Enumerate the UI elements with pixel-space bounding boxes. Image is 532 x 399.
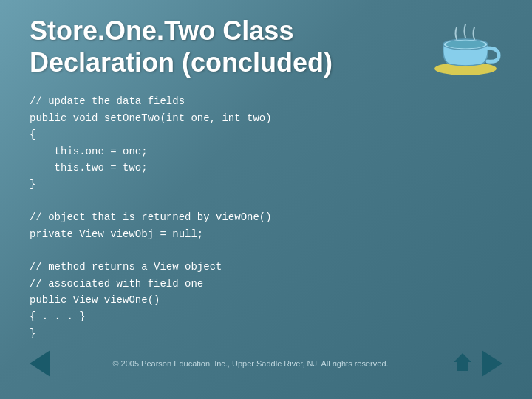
slide-title: Store.One.Two Class Declaration (conclud… bbox=[30, 15, 332, 78]
slide: Store.One.Two Class Declaration (conclud… bbox=[0, 0, 532, 399]
title-line2: Declaration (concluded) bbox=[30, 47, 332, 78]
title-line1: Store.One.Two Class bbox=[30, 16, 293, 46]
teacup-icon bbox=[429, 11, 502, 78]
arrow-left-button[interactable] bbox=[30, 350, 50, 377]
title-area: Store.One.Two Class Declaration (conclud… bbox=[30, 15, 502, 78]
home-button[interactable] bbox=[451, 350, 474, 377]
nav-row: © 2005 Pearson Education, Inc., Upper Sa… bbox=[30, 350, 502, 377]
copyright-text: © 2005 Pearson Education, Inc., Upper Sa… bbox=[112, 359, 388, 368]
arrow-right-button[interactable] bbox=[482, 350, 502, 377]
code-block: // update the data fields public void se… bbox=[30, 93, 502, 344]
svg-point-2 bbox=[446, 41, 485, 49]
svg-marker-3 bbox=[454, 353, 471, 371]
